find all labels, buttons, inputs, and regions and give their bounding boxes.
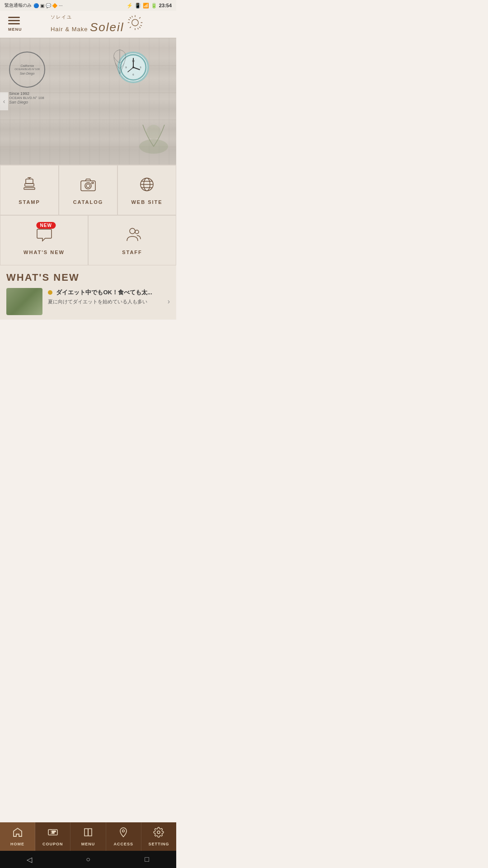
svg-line-12	[140, 25, 141, 26]
svg-point-0	[131, 19, 138, 26]
catalog-label: CATALOG	[73, 199, 103, 205]
svg-rect-27	[24, 188, 35, 189]
whatsnew-label: WHAT'S NEW	[23, 250, 65, 255]
status-right: ⚡ 📳 📶 🔋 23:54	[127, 3, 172, 9]
hero-plants	[136, 118, 172, 156]
menu-label: MENU	[8, 27, 22, 32]
svg-line-9	[131, 16, 132, 17]
catalog-button[interactable]: CATALOG	[59, 165, 117, 215]
staff-icon	[123, 226, 141, 246]
website-button[interactable]: WEB SITE	[117, 165, 176, 215]
svg-line-5	[130, 17, 131, 19]
logo-hair-make: Hair & Make	[51, 26, 88, 33]
svg-point-32	[86, 184, 90, 188]
menu-bar-3	[8, 23, 20, 24]
menu-bar-2	[8, 20, 20, 21]
whats-new-section: WHAT'S NEW ダイエット中でもOK！食べても太... 夏に向けてダイエッ…	[0, 265, 176, 320]
globe-icon	[138, 175, 156, 196]
menu-bar-1	[8, 17, 20, 18]
logo-container: ソレイユ Hair & Make Soleil	[24, 14, 170, 34]
stamp-icon	[20, 175, 38, 196]
svg-rect-33	[92, 182, 94, 184]
hero-stamp: California OCEAN BLVD.N°108 San Diego Si…	[9, 52, 45, 104]
stamp-button[interactable]: STAMP	[0, 165, 59, 215]
logo-text-group: ソレイユ Hair & Make Soleil	[51, 14, 124, 34]
whatsnew-button[interactable]: NEW WHAT'S NEW	[0, 215, 88, 265]
hero-prev-arrow[interactable]: ‹	[0, 92, 8, 110]
logo-kana: ソレイユ	[51, 14, 124, 20]
status-bar: 緊急通報のみ 🔵 ▣ 💬 🔶 ··· ⚡ 📳 📶 🔋 23:54	[0, 0, 176, 11]
sun-icon	[127, 14, 143, 34]
stamp-label: STAMP	[19, 199, 40, 205]
hero-image: California OCEAN BLVD.N°108 San Diego Si…	[0, 38, 176, 165]
hero-background: California OCEAN BLVD.N°108 San Diego Si…	[0, 38, 176, 165]
whats-new-title: WHAT'S NEW	[6, 272, 170, 283]
svg-line-10	[137, 28, 138, 29]
grid-menu-row1: STAMP CATALOG WEB SITE	[0, 165, 176, 215]
staff-label: STAFF	[122, 250, 142, 255]
camera-icon	[79, 175, 97, 196]
vibrate-icon: 📳	[135, 3, 141, 9]
news-thumbnail	[6, 288, 42, 315]
time-display: 23:54	[159, 3, 172, 8]
hero-botanical	[108, 47, 131, 80]
news-content: ダイエット中でもOK！食べても太... 夏に向けてダイエットを始めている人も多い	[48, 288, 162, 305]
svg-point-31	[85, 183, 91, 189]
news-arrow-icon: ›	[168, 297, 170, 306]
battery-icon: 🔋	[151, 3, 157, 9]
header: MENU ソレイユ Hair & Make Soleil	[0, 11, 176, 38]
news-headline-row: ダイエット中でもOK！食べても太...	[48, 288, 162, 297]
news-dot	[48, 290, 52, 295]
svg-line-7	[139, 17, 141, 19]
news-headline: ダイエット中でもOK！食べても太...	[56, 289, 152, 296]
svg-rect-25	[26, 179, 33, 184]
grid-menu-row2: NEW WHAT'S NEW STAFF	[0, 215, 176, 265]
staff-button[interactable]: STAFF	[88, 215, 176, 265]
svg-point-40	[135, 230, 139, 234]
app-icons: 🔵 ▣ 💬 🔶 ···	[33, 3, 62, 8]
menu-button[interactable]: MENU	[6, 15, 24, 33]
new-badge: NEW	[37, 222, 56, 229]
logo-brand: Soleil	[90, 20, 124, 34]
svg-line-6	[139, 27, 141, 28]
svg-line-8	[130, 27, 131, 28]
news-sub: 夏に向けてダイエットを始めている人も多い	[48, 298, 162, 305]
svg-line-11	[128, 19, 130, 20]
news-item[interactable]: ダイエット中でもOK！食べても太... 夏に向けてダイエットを始めている人も多い…	[6, 288, 170, 315]
bluetooth-icon: ⚡	[127, 3, 133, 9]
svg-rect-26	[25, 184, 34, 186]
svg-text:12: 12	[132, 60, 135, 62]
website-label: WEB SITE	[131, 199, 162, 205]
emergency-text: 緊急通報のみ	[5, 2, 32, 9]
status-left: 緊急通報のみ 🔵 ▣ 💬 🔶 ···	[5, 2, 62, 9]
wifi-icon: 📶	[143, 3, 149, 9]
svg-point-39	[130, 228, 135, 234]
svg-point-24	[146, 125, 161, 139]
